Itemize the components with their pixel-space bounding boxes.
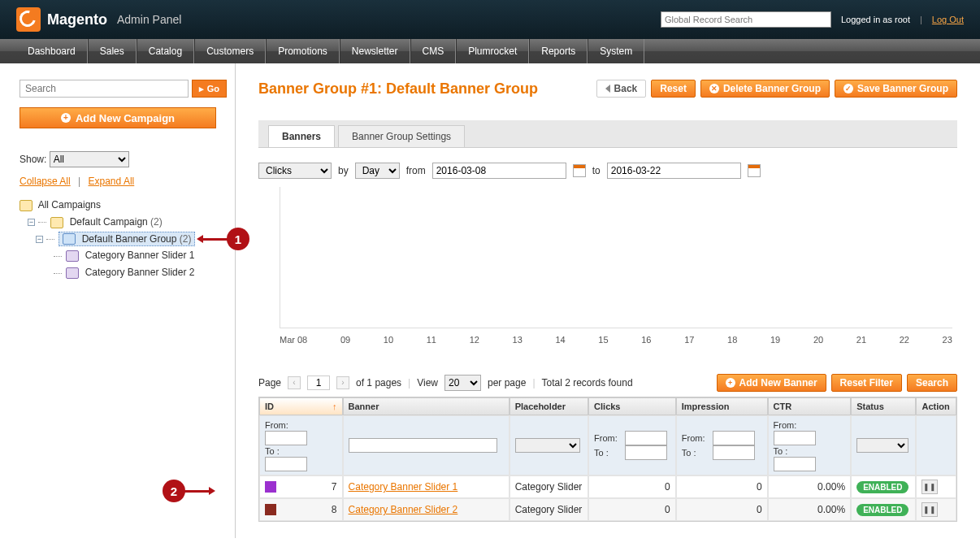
logged-in-text: Logged in as root <box>841 15 910 24</box>
brand-subtext: Admin Panel <box>117 13 181 26</box>
table-row[interactable]: 7 Category Banner Slider 1 Category Slid… <box>259 475 956 498</box>
tree-banner-2[interactable]: Category Banner Slider 2 <box>20 264 227 281</box>
table-row[interactable]: 8 Category Banner Slider 2 Category Slid… <box>259 498 956 521</box>
col-action[interactable]: Action <box>916 397 956 415</box>
annotation-2: 2 <box>163 480 209 502</box>
from-label: from <box>406 165 426 176</box>
tree-root-label: All Campaigns <box>38 199 101 211</box>
cell-placeholder: Category Slider <box>510 475 588 498</box>
collapse-icon[interactable]: − <box>28 219 35 226</box>
reset-label: Reset <box>660 83 687 94</box>
banner-link[interactable]: Category Banner Slider 1 <box>349 481 458 493</box>
brand-text: Magento <box>47 11 107 28</box>
x-tick: 21 <box>856 335 866 345</box>
go-label: Go <box>207 84 219 93</box>
nav-newsletter[interactable]: Newsletter <box>340 39 410 63</box>
tree-banner-1[interactable]: Category Banner Slider 1 <box>20 247 227 264</box>
nav-cms[interactable]: CMS <box>410 39 457 63</box>
sidebar-go-button[interactable]: ▸Go <box>192 80 227 98</box>
filter-impression-to[interactable] <box>713 445 755 460</box>
nav-dashboard[interactable]: Dashboard <box>16 39 88 63</box>
filter-clicks-to[interactable] <box>625 445 667 460</box>
filter-ctr-from[interactable] <box>774 431 816 445</box>
magento-logo-icon <box>16 7 41 32</box>
x-tick: 20 <box>813 335 823 345</box>
col-banner[interactable]: Banner <box>343 397 510 415</box>
annotation-badge: 2 <box>163 480 185 502</box>
tree-banner-1-label: Category Banner Slider 1 <box>85 250 195 261</box>
col-id[interactable]: ID↑ <box>259 397 343 415</box>
folder-icon <box>50 217 63 228</box>
col-ctr[interactable]: CTR <box>768 397 852 415</box>
filter-id-from[interactable] <box>265 431 307 445</box>
add-campaign-label: Add New Campaign <box>76 112 175 124</box>
add-new-banner-button[interactable]: +Add New Banner <box>717 374 826 392</box>
metric-select[interactable]: Clicks <box>258 163 332 179</box>
tab-banner-group-settings[interactable]: Banner Group Settings <box>338 125 465 147</box>
perpage-select[interactable]: 20 <box>444 375 481 391</box>
reset-filter-button[interactable]: Reset Filter <box>831 374 902 392</box>
chart-x-ticks: Mar 08 09 10 11 12 13 14 15 16 17 18 19 … <box>280 335 952 345</box>
calendar-icon[interactable] <box>573 164 586 177</box>
filter-status[interactable] <box>856 438 908 453</box>
sidebar-search-input[interactable] <box>20 80 189 98</box>
banner-link[interactable]: Category Banner Slider 2 <box>349 504 458 515</box>
tree-connector <box>54 256 62 257</box>
add-new-campaign-button[interactable]: + Add New Campaign <box>20 107 216 128</box>
search-button[interactable]: Search <box>907 374 957 392</box>
col-id-label: ID <box>265 402 274 411</box>
filter-banner[interactable] <box>349 438 497 453</box>
tab-banners[interactable]: Banners <box>268 125 335 147</box>
col-status[interactable]: Status <box>851 397 916 415</box>
x-tick: 15 <box>598 335 608 345</box>
pause-button[interactable]: ❚❚ <box>921 502 938 517</box>
nav-sales[interactable]: Sales <box>88 39 137 63</box>
separator: | <box>920 15 922 24</box>
nav-promotions[interactable]: Promotions <box>266 39 340 63</box>
collapse-icon[interactable]: − <box>36 236 43 243</box>
nav-plumrocket[interactable]: Plumrocket <box>456 39 529 63</box>
col-placeholder[interactable]: Placeholder <box>510 397 588 415</box>
calendar-icon[interactable] <box>748 164 761 177</box>
sort-asc-icon: ↑ <box>332 402 337 411</box>
back-button[interactable]: Back <box>596 80 647 98</box>
show-select[interactable]: All <box>50 151 129 167</box>
cell-impression: 0 <box>676 498 768 521</box>
expand-all-link[interactable]: Expand All <box>89 176 135 187</box>
global-search-input[interactable] <box>661 11 831 28</box>
filter-clicks-from[interactable] <box>625 431 667 445</box>
col-impression[interactable]: Impression <box>676 397 768 415</box>
delete-banner-group-button[interactable]: ✕Delete Banner Group <box>700 80 830 98</box>
page-input[interactable] <box>307 376 330 390</box>
nav-reports[interactable]: Reports <box>529 39 588 63</box>
reset-button[interactable]: Reset <box>651 80 696 98</box>
groupby-select[interactable]: Day <box>355 163 400 179</box>
from-date-input[interactable] <box>432 163 566 179</box>
annotation-badge: 1 <box>227 228 249 250</box>
logo: Magento Admin Panel <box>16 7 181 32</box>
to-date-input[interactable] <box>607 163 741 179</box>
prev-page-button[interactable]: ‹ <box>288 376 301 389</box>
show-filter: Show: All <box>20 151 227 167</box>
nav-customers[interactable]: Customers <box>194 39 266 63</box>
filter-ctr-to[interactable] <box>774 457 816 471</box>
cell-id: 8 <box>332 504 337 515</box>
logout-link[interactable]: Log Out <box>932 15 964 24</box>
filter-action <box>916 415 956 475</box>
cell-id: 7 <box>332 481 337 493</box>
filter-impression-from[interactable] <box>713 431 755 445</box>
pause-button[interactable]: ❚❚ <box>921 480 938 494</box>
nav-system[interactable]: System <box>588 39 644 63</box>
tree-banner-group[interactable]: − Default Banner Group (2) <box>20 231 227 248</box>
nav-catalog[interactable]: Catalog <box>137 39 194 63</box>
col-clicks[interactable]: Clicks <box>588 397 676 415</box>
collapse-all-link[interactable]: Collapse All <box>20 176 71 187</box>
tree-campaign[interactable]: − Default Campaign (2) <box>20 214 227 231</box>
main-nav: Dashboard Sales Catalog Customers Promot… <box>0 39 980 63</box>
save-banner-group-button[interactable]: ✓Save Banner Group <box>835 80 957 98</box>
filter-id-to[interactable] <box>265 457 307 471</box>
tree-root[interactable]: All Campaigns <box>20 197 227 214</box>
back-label: Back <box>614 83 638 94</box>
next-page-button[interactable]: › <box>336 376 349 389</box>
filter-placeholder[interactable] <box>515 438 580 453</box>
